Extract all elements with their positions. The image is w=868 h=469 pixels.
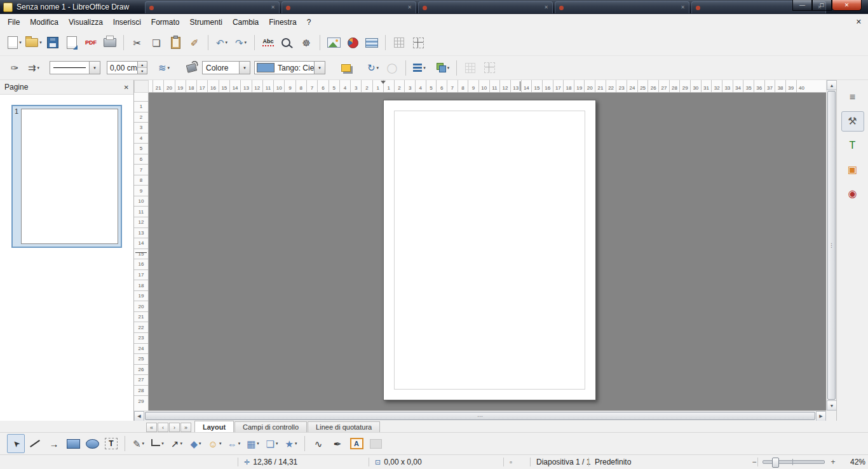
points-tool-button[interactable]: ∿ <box>309 434 327 453</box>
stars-tool-button[interactable]: ★▾ <box>282 434 300 453</box>
navigator-button[interactable]: ☸ <box>297 33 315 52</box>
helplines-while-moving-button[interactable] <box>409 33 427 52</box>
line-style-select[interactable]: ▾ <box>50 61 100 74</box>
align-dropdown-arrow[interactable]: ▾ <box>423 65 426 71</box>
new-document-dropdown-arrow[interactable]: ▾ <box>19 40 22 45</box>
clone-formatting-button[interactable]: ✐ <box>186 33 203 52</box>
last-page-button[interactable]: » <box>180 423 191 432</box>
transformations-button[interactable]: ↻▾ <box>364 58 382 78</box>
navigator-button[interactable]: ◉ <box>841 184 864 204</box>
previous-page-button[interactable]: ‹ <box>158 423 168 432</box>
transformations-dropdown-arrow[interactable]: ▾ <box>377 65 379 71</box>
symbol-shapes-tool-button[interactable]: ☺▾ <box>206 434 224 453</box>
fontwork-tool-button[interactable]: A <box>348 434 365 453</box>
vertical-scrollbar-thumb[interactable]: ⋮ <box>827 91 836 400</box>
arrow-style-dropdown-arrow[interactable]: ▾ <box>37 65 40 71</box>
scroll-right-button[interactable]: ▶ <box>816 411 826 421</box>
spelling-button[interactable]: Abc <box>259 33 277 52</box>
drawing-canvas[interactable] <box>149 93 826 411</box>
symbol-shapes-tool-dropdown-arrow[interactable]: ▾ <box>219 441 222 446</box>
callouts-tool-dropdown-arrow[interactable]: ▾ <box>276 441 278 446</box>
arrange-button[interactable]: ▾ <box>434 58 452 78</box>
line-width-decrease-button[interactable]: ▾ <box>138 68 147 74</box>
next-page-button[interactable]: › <box>169 423 180 432</box>
line-width-increase-button[interactable]: ▴ <box>138 62 147 68</box>
scroll-up-button[interactable]: ▲ <box>827 80 837 90</box>
area-fill-type-select[interactable]: Colore ▾ <box>202 61 250 74</box>
pages-panel-close-icon[interactable]: ✕ <box>124 84 129 91</box>
page-thumbnail[interactable]: 1 <box>11 105 122 248</box>
export-button[interactable] <box>63 33 81 52</box>
glue-points-tool-button[interactable]: ✒ <box>329 434 346 453</box>
line-style-dropdown-arrow[interactable]: ▾ <box>89 62 100 74</box>
sidebar-settings-button[interactable]: ≡ <box>841 87 864 107</box>
display-grid-button[interactable] <box>390 33 408 52</box>
curve-tool-button[interactable]: ✎▾ <box>130 434 147 453</box>
line-width-value[interactable]: 0,00 cm <box>107 62 137 74</box>
gallery-button[interactable]: ▣ <box>841 160 864 180</box>
first-page-button[interactable]: « <box>146 423 157 432</box>
undo-button[interactable]: ↶▾ <box>213 33 231 52</box>
block-arrows-tool-dropdown-arrow[interactable]: ▾ <box>238 441 241 446</box>
menu-item-inserisci[interactable]: Inserisci <box>108 15 146 29</box>
close-document-icon[interactable]: ✕ <box>856 18 862 26</box>
flowchart-tool-dropdown-arrow[interactable]: ▾ <box>257 441 259 446</box>
new-document-button[interactable]: ▾ <box>6 33 24 52</box>
export-pdf-button[interactable]: PDF <box>82 33 100 52</box>
insert-image-button[interactable] <box>325 33 342 52</box>
line-width-input[interactable]: 0,00 cm ▴▾ <box>107 61 147 74</box>
ruler-corner[interactable] <box>134 80 149 93</box>
horizontal-scrollbar[interactable]: ◀ ⋯ ▶ <box>134 411 826 421</box>
redo-dropdown-arrow[interactable]: ▾ <box>245 40 247 45</box>
menu-item-strumenti[interactable]: Strumenti <box>185 15 227 29</box>
save-button[interactable] <box>44 33 62 52</box>
basic-shapes-tool-dropdown-arrow[interactable]: ▾ <box>199 441 201 446</box>
properties-button[interactable]: ⚒ <box>841 111 864 132</box>
undo-dropdown-arrow[interactable]: ▾ <box>226 40 228 45</box>
menu-item-finestra[interactable]: Finestra <box>264 15 301 29</box>
copy-button[interactable]: ❏ <box>147 33 165 52</box>
flowchart-tool-button[interactable]: ▦▾ <box>244 434 262 453</box>
menu-item-modifica[interactable]: Modifica <box>25 15 64 29</box>
styles-button[interactable]: T <box>841 135 864 156</box>
curve-tool-dropdown-arrow[interactable]: ▾ <box>142 441 145 446</box>
lines-arrows-tool-button[interactable]: ↗▾ <box>168 434 186 453</box>
close-button[interactable]: ✕ <box>832 0 862 11</box>
connector-tool-button[interactable]: ▾ <box>149 434 166 453</box>
insert-chart-button[interactable] <box>344 33 362 52</box>
connector-tool-dropdown-arrow[interactable]: ▾ <box>161 441 164 446</box>
menu-item-help[interactable]: ? <box>302 15 316 29</box>
scroll-down-button[interactable]: ▼ <box>827 400 837 411</box>
open-dropdown-arrow[interactable]: ▾ <box>39 40 42 45</box>
area-dialog-button[interactable] <box>182 58 200 78</box>
cut-button[interactable]: ✂ <box>128 33 146 52</box>
stars-tool-dropdown-arrow[interactable]: ▾ <box>295 441 297 446</box>
edit-points-button[interactable]: ✑ <box>6 58 24 78</box>
print-button[interactable] <box>101 33 119 52</box>
zoom-slider[interactable] <box>763 460 825 464</box>
find-replace-button[interactable] <box>278 33 296 52</box>
zoom-in-button[interactable]: + <box>829 458 837 466</box>
fill-color-dropdown-arrow[interactable]: ▾ <box>314 62 325 74</box>
ellipse-tool-button[interactable] <box>83 434 101 453</box>
minimize-button[interactable]: — <box>792 0 812 11</box>
rectangle-tool-button[interactable] <box>64 434 82 453</box>
shadow-button[interactable] <box>337 58 355 78</box>
lines-arrows-tool-dropdown-arrow[interactable]: ▾ <box>180 441 183 446</box>
text-tool-button[interactable]: T <box>102 434 120 453</box>
zoom-level[interactable]: 42% <box>841 458 865 466</box>
select-tool-button[interactable]: ➤ <box>7 434 25 453</box>
arrow-style-button[interactable]: ⇉▾ <box>25 58 43 78</box>
insert-table-button[interactable] <box>363 33 381 52</box>
line-color-dropdown-arrow[interactable]: ▾ <box>168 65 170 71</box>
open-button[interactable]: ▾ <box>25 33 43 52</box>
arrange-dropdown-arrow[interactable]: ▾ <box>447 65 450 71</box>
vertical-scrollbar[interactable]: ▲ ⋮ ▼ <box>826 80 836 411</box>
menu-item-file[interactable]: File <box>3 15 25 29</box>
menu-item-visualizza[interactable]: Visualizza <box>64 15 108 29</box>
maximize-button[interactable]: □ <box>812 0 832 11</box>
paste-button[interactable] <box>166 33 184 52</box>
zoom-out-button[interactable]: − <box>750 458 758 466</box>
redo-button[interactable]: ↷▾ <box>232 33 250 52</box>
zoom-slider-thumb[interactable] <box>772 458 779 468</box>
